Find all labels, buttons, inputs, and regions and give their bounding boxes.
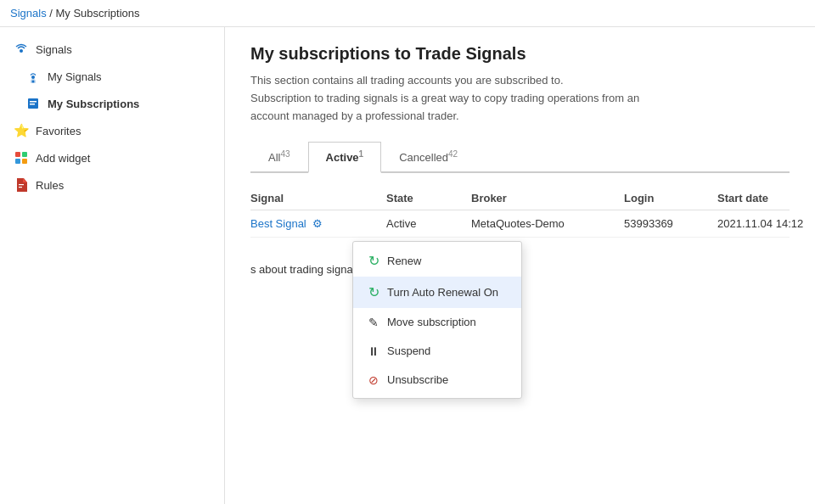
sidebar-item-my-subscriptions[interactable]: My Subscriptions — [0, 90, 224, 117]
auto-renewal-icon: ↻ — [367, 284, 380, 300]
sidebar-item-rules-label: Rules — [36, 179, 64, 192]
svg-rect-8 — [22, 152, 27, 157]
desc-line1: This section contains all trading accoun… — [250, 74, 564, 87]
tab-active-count: 1 — [359, 149, 364, 159]
page-description: This section contains all trading accoun… — [250, 72, 790, 125]
signal-link[interactable]: Best Signal — [250, 217, 306, 230]
col-start-date: Start date — [717, 192, 815, 204]
context-menu-move[interactable]: ✎ Move subscription — [353, 308, 521, 337]
breadcrumb-current: My Subscriptions — [56, 7, 140, 20]
svg-point-0 — [20, 49, 23, 53]
svg-rect-14 — [19, 187, 22, 188]
svg-rect-10 — [22, 159, 27, 164]
desc-line3: account managed by a professional trader… — [250, 109, 459, 122]
unsubscribe-icon: ⊘ — [367, 373, 380, 387]
context-menu-renew[interactable]: ↻ Renew — [353, 245, 521, 277]
sidebar-item-add-widget[interactable]: Add widget — [0, 144, 224, 171]
context-menu-unsubscribe-label: Unsubscribe — [387, 373, 448, 386]
col-state: State — [386, 192, 471, 204]
svg-rect-5 — [30, 101, 37, 103]
add-widget-icon — [14, 150, 29, 165]
gear-icon[interactable]: ⚙ — [312, 217, 323, 230]
sidebar-item-rules[interactable]: Rules — [0, 171, 224, 199]
context-menu-unsubscribe[interactable]: ⊘ Unsubscribe — [353, 366, 521, 395]
renew-icon: ↻ — [367, 253, 380, 269]
move-icon: ✎ — [367, 316, 380, 329]
sidebar-item-my-signals-label: My Signals — [48, 70, 102, 83]
svg-rect-6 — [30, 104, 35, 105]
table-row: Best Signal ⚙ Active MetaQuotes-Demo 539… — [250, 210, 790, 238]
favorites-icon: ⭐ — [14, 123, 29, 138]
sidebar-item-favorites[interactable]: ⭐ Favorites — [0, 117, 224, 144]
desc-line2: Subscription to trading signals is a gre… — [250, 92, 639, 104]
svg-rect-7 — [15, 152, 20, 157]
svg-point-1 — [31, 76, 35, 79]
signals-icon — [14, 42, 29, 57]
row-state: Active — [386, 217, 471, 230]
sidebar-item-signals[interactable]: Signals — [0, 36, 224, 63]
breadcrumb-link[interactable]: Signals — [10, 7, 47, 20]
tab-cancelled-count: 42 — [448, 149, 458, 159]
context-menu-move-label: Move subscription — [387, 316, 476, 328]
my-subscriptions-icon — [25, 96, 41, 111]
col-signal: Signal — [250, 192, 386, 204]
context-menu-auto-renewal[interactable]: ↻ Turn Auto Renewal On — [353, 277, 521, 308]
suspend-icon: ⏸ — [367, 344, 380, 358]
rules-icon — [14, 177, 29, 193]
tab-all-count: 43 — [280, 149, 289, 159]
my-signals-icon — [25, 69, 41, 84]
svg-rect-13 — [19, 184, 24, 185]
svg-point-3 — [32, 81, 35, 83]
page-title: My subscriptions to Trade Signals — [250, 44, 790, 64]
tab-active-label: Active — [326, 152, 359, 165]
tab-all[interactable]: All43 — [250, 142, 308, 172]
row-broker: MetaQuotes-Demo — [471, 217, 624, 230]
tab-cancelled[interactable]: Cancelled42 — [381, 142, 475, 172]
col-broker: Broker — [471, 192, 624, 204]
table-header: Signal State Broker Login Start date — [250, 187, 790, 210]
context-menu-suspend-label: Suspend — [387, 344, 430, 357]
tab-cancelled-label: Cancelled — [399, 152, 448, 165]
tab-all-label: All — [268, 152, 280, 165]
context-menu-renew-label: Renew — [387, 255, 421, 267]
main-content: My subscriptions to Trade Signals This s… — [225, 27, 815, 504]
breadcrumb: Signals / My Subscriptions — [0, 0, 815, 27]
sidebar-item-signals-label: Signals — [36, 43, 72, 56]
sidebar-item-my-subscriptions-label: My Subscriptions — [48, 98, 139, 110]
context-menu-auto-renewal-label: Turn Auto Renewal On — [387, 286, 498, 299]
context-menu-suspend[interactable]: ⏸ Suspend — [353, 337, 521, 366]
sidebar-item-favorites-label: Favorites — [36, 125, 81, 137]
tabs: All43 Active1 Cancelled42 — [250, 142, 790, 172]
tab-active[interactable]: Active1 — [308, 142, 382, 172]
sidebar-item-my-signals[interactable]: My Signals — [0, 63, 224, 90]
breadcrumb-separator: / — [49, 7, 55, 20]
sidebar: Signals My Signals My Subsc — [0, 27, 225, 504]
row-signal[interactable]: Best Signal ⚙ — [250, 217, 386, 230]
row-start-date: 2021.11.04 14:12 — [717, 217, 815, 230]
col-login: Login — [624, 192, 717, 204]
row-login: 53993369 — [624, 217, 717, 230]
svg-rect-9 — [15, 159, 20, 164]
svg-marker-12 — [23, 178, 27, 182]
context-menu: ↻ Renew ↻ Turn Auto Renewal On ✎ Move su… — [352, 241, 522, 399]
sidebar-item-add-widget-label: Add widget — [36, 152, 90, 165]
